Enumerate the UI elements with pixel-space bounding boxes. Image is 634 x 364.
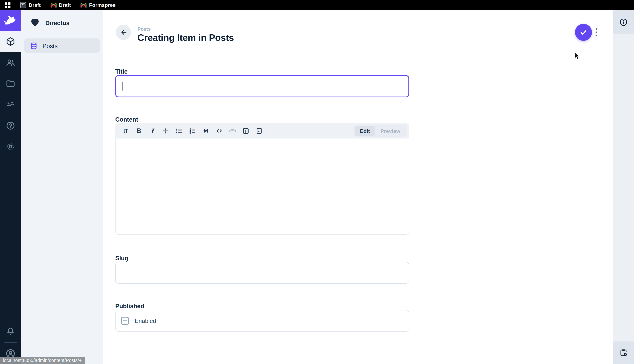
bell-icon [6,326,15,336]
title-field-label: Title [115,68,128,75]
project-header[interactable]: Directus [21,10,103,35]
cube-icon [6,37,15,46]
revisions-sidebar-button[interactable] [612,342,634,364]
notifications-button[interactable] [0,321,21,342]
more-options-button[interactable] [594,26,599,38]
back-button[interactable] [116,25,131,40]
module-content[interactable] [0,31,21,52]
module-users[interactable] [0,52,21,73]
gmail-icon [51,2,57,8]
title-input[interactable] [115,75,409,98]
rabbit-icon [4,16,18,26]
check-icon [579,28,588,37]
module-settings[interactable] [0,136,21,157]
folder-icon [6,79,15,88]
database-icon [30,42,38,50]
main-content: Posts Creating Item in Posts Title Conte… [103,10,612,364]
navigation-panel: Directus Posts [21,10,103,364]
published-field: Enabled [115,310,409,332]
help-icon [6,121,15,130]
blockquote-icon[interactable] [199,125,212,137]
format-text-icon[interactable]: tT [119,125,132,137]
mouse-cursor [575,52,582,60]
info-icon [619,18,628,26]
image-icon[interactable] [252,125,266,137]
tab-groups-grid-icon[interactable] [5,2,11,8]
slug-input[interactable] [115,262,409,284]
directus-app: 31 Draft Draft [0,0,634,364]
module-help[interactable] [0,115,21,136]
italic-icon[interactable]: I [146,125,159,137]
browser-topbar: 31 Draft Draft [0,0,634,10]
table-icon[interactable] [239,125,252,137]
nav-item-label: Posts [43,42,58,49]
published-field-label: Published [115,303,144,310]
calendar-icon: 31 [20,2,27,8]
editor-mode-switch: Edit Preview [353,125,407,137]
module-files[interactable] [0,73,21,94]
published-checkbox[interactable] [121,317,129,325]
insights-icon [6,100,15,110]
save-button[interactable] [575,24,592,41]
browser-tab-draft-calendar[interactable]: 31 Draft [20,2,41,8]
breadcrumb[interactable]: Posts [138,26,151,32]
link-icon[interactable] [226,125,239,137]
gmail-icon [81,2,87,8]
project-icon [30,18,40,27]
slug-field-label: Slug [115,254,128,262]
edit-mode-button[interactable]: Edit [355,126,375,136]
page-title: Creating Item in Posts [138,32,234,43]
project-name: Directus [45,19,69,26]
tab-label: Draft [59,2,71,8]
tab-label: Draft [29,2,41,8]
content-field-label: Content [115,116,138,123]
content-textarea[interactable] [115,139,409,235]
indeterminate-dash-icon [123,320,127,321]
markdown-editor: tT B I [115,123,409,235]
browser-tab-draft-gmail[interactable]: Draft [51,2,71,8]
users-icon [6,58,15,68]
nav-item-posts[interactable]: Posts [24,38,100,53]
tab-label: Formspree [89,2,116,8]
module-bar-divider [5,342,17,342]
strikethrough-icon[interactable] [159,125,172,137]
status-url-text: localhost:8055/admin/content/Posts/+ [3,358,82,363]
numbered-list-icon[interactable] [186,125,199,137]
bold-icon[interactable]: B [132,125,146,137]
bulleted-list-icon[interactable] [172,125,186,137]
right-sidebar [612,10,634,364]
info-sidebar-button[interactable] [612,10,634,34]
arrow-left-icon [119,28,127,36]
code-icon[interactable] [212,125,226,137]
clipboard-clock-icon [619,348,628,357]
gear-icon [6,142,15,152]
published-checkbox-label: Enabled [135,318,156,324]
text-caret [122,82,122,90]
module-insights[interactable] [0,94,21,115]
browser-tab-formspree[interactable]: Formspree [81,2,116,8]
status-url-bubble: localhost:8055/admin/content/Posts/+ [0,357,85,364]
directus-logo[interactable] [0,10,21,31]
preview-mode-button[interactable]: Preview [375,126,406,136]
module-bar [0,10,21,364]
editor-toolbar: tT B I [115,123,409,139]
